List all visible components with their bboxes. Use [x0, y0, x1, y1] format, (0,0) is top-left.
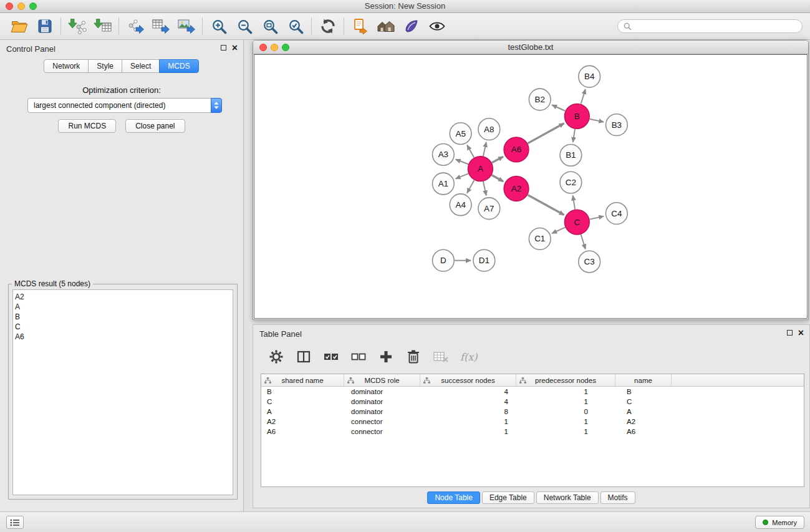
- network-node-C1[interactable]: C1: [529, 228, 551, 250]
- network-edge-C-C3[interactable]: [581, 235, 586, 249]
- memory-button[interactable]: Memory: [755, 516, 804, 529]
- home-button[interactable]: [373, 15, 398, 37]
- network-node-A1[interactable]: A1: [432, 173, 454, 195]
- column-header-shared-name[interactable]: shared name: [261, 374, 344, 386]
- close-table-panel-icon[interactable]: ×: [798, 329, 804, 336]
- table-row[interactable]: Adominator80A: [261, 407, 804, 417]
- network-node-D1[interactable]: D1: [473, 249, 495, 271]
- mcds-result-item[interactable]: B: [13, 312, 233, 322]
- network-edge-C-C4[interactable]: [590, 216, 604, 220]
- table-settings-button[interactable]: [268, 349, 284, 365]
- network-node-C3[interactable]: C3: [579, 251, 600, 273]
- network-node-A8[interactable]: A8: [478, 118, 500, 140]
- network-node-A5[interactable]: A5: [450, 123, 471, 145]
- network-node-C4[interactable]: C4: [605, 203, 627, 225]
- mcds-result-item[interactable]: C: [13, 322, 233, 332]
- mcds-result-item[interactable]: A: [13, 302, 233, 312]
- table-row[interactable]: A6connector11A6: [261, 427, 804, 437]
- network-node-C2[interactable]: C2: [560, 172, 582, 193]
- network-edge-A-A2[interactable]: [492, 175, 503, 181]
- column-header-predecessor-nodes[interactable]: predecessor nodes: [516, 374, 615, 386]
- search-input[interactable]: [635, 22, 796, 31]
- show-graphics-button[interactable]: [424, 15, 450, 37]
- network-edge-A-A5[interactable]: [467, 145, 474, 158]
- delete-column-button[interactable]: [405, 349, 422, 365]
- show-columns-button[interactable]: [296, 349, 312, 365]
- network-window-titlebar[interactable]: testGlobe.txt: [253, 41, 808, 54]
- zoom-window-button[interactable]: [29, 2, 37, 10]
- close-window-button[interactable]: [6, 2, 13, 10]
- table-row[interactable]: A2connector11A2: [261, 417, 804, 427]
- tab-select[interactable]: Select: [122, 59, 160, 73]
- optimization-criterion-select[interactable]: largest connected component (directed): [27, 98, 222, 113]
- close-panel-button[interactable]: Close panel: [125, 119, 185, 133]
- network-edge-A-A4[interactable]: [467, 180, 474, 193]
- network-edge-A-A3[interactable]: [456, 160, 468, 165]
- network-edge-A-A6[interactable]: [492, 157, 503, 163]
- network-graph[interactable]: AA1A2A3A4A5A6A7A8BB1B2B3B4CC1C2C3C4DD1: [254, 55, 807, 318]
- network-node-A[interactable]: A: [468, 157, 493, 181]
- zoom-fit-button[interactable]: [257, 15, 282, 37]
- node-table[interactable]: shared name MCDS role: [261, 374, 804, 487]
- tab-network[interactable]: Network: [44, 59, 89, 73]
- network-edge-C-C1[interactable]: [552, 228, 565, 234]
- table-row[interactable]: Bdominator41B: [261, 387, 804, 397]
- tab-mcds[interactable]: MCDS: [159, 59, 198, 73]
- network-node-A2[interactable]: A2: [504, 177, 529, 201]
- tab-motifs[interactable]: Motifs: [600, 491, 635, 504]
- delete-table-button[interactable]: [433, 349, 449, 365]
- network-zoom-button[interactable]: [282, 44, 289, 51]
- network-edge-A6-B[interactable]: [528, 123, 564, 143]
- save-session-button[interactable]: [32, 15, 57, 37]
- network-edge-B-B1[interactable]: [573, 129, 575, 142]
- network-node-A6[interactable]: A6: [504, 137, 529, 162]
- add-column-button[interactable]: [378, 349, 394, 365]
- network-node-B[interactable]: B: [564, 104, 589, 128]
- network-node-B1[interactable]: B1: [560, 144, 582, 166]
- network-minimize-button[interactable]: [271, 44, 278, 51]
- network-edge-B-B3[interactable]: [590, 119, 604, 122]
- export-image-button[interactable]: [173, 15, 199, 37]
- first-neighbors-button[interactable]: [347, 15, 373, 37]
- open-session-button[interactable]: [6, 15, 32, 37]
- close-panel-icon[interactable]: ×: [232, 44, 238, 51]
- network-node-A7[interactable]: A7: [478, 198, 500, 220]
- network-node-B2[interactable]: B2: [529, 89, 551, 110]
- mcds-result-list[interactable]: A2ABCA6: [12, 289, 233, 495]
- network-close-button[interactable]: [259, 44, 267, 51]
- tab-network-table[interactable]: Network Table: [536, 491, 599, 504]
- network-node-A4[interactable]: A4: [450, 194, 471, 216]
- mcds-result-item[interactable]: A6: [13, 332, 233, 342]
- column-header-mcds-role[interactable]: MCDS role: [344, 374, 420, 386]
- network-node-B4[interactable]: B4: [579, 65, 600, 87]
- import-table-button[interactable]: [90, 15, 115, 37]
- float-panel-icon[interactable]: [221, 45, 226, 51]
- tab-style[interactable]: Style: [88, 59, 122, 73]
- network-edge-A-A1[interactable]: [456, 173, 468, 178]
- column-header-successor-nodes[interactable]: successor nodes: [420, 374, 516, 386]
- network-node-C[interactable]: C: [564, 210, 589, 235]
- tab-node-table[interactable]: Node Table: [427, 491, 480, 504]
- unselect-all-columns-button[interactable]: [350, 349, 367, 365]
- network-edge-B-B4[interactable]: [581, 89, 586, 104]
- search-box[interactable]: [617, 19, 803, 33]
- function-builder-button[interactable]: f(x): [460, 349, 477, 365]
- network-edge-B-B2[interactable]: [552, 105, 565, 111]
- refresh-button[interactable]: [315, 15, 340, 37]
- network-node-D[interactable]: D: [432, 249, 454, 271]
- network-canvas[interactable]: AA1A2A3A4A5A6A7A8BB1B2B3B4CC1C2C3C4DD1: [254, 54, 808, 319]
- table-row[interactable]: Cdominator41C: [261, 397, 804, 407]
- network-edge-A-A7[interactable]: [483, 181, 486, 195]
- import-network-button[interactable]: [64, 15, 90, 37]
- zoom-out-button[interactable]: [231, 15, 257, 37]
- style-button[interactable]: [398, 15, 424, 37]
- zoom-selected-button[interactable]: [282, 15, 308, 37]
- network-node-A3[interactable]: A3: [432, 143, 454, 165]
- mcds-result-item[interactable]: A2: [13, 292, 233, 302]
- column-header-name[interactable]: name: [615, 374, 672, 386]
- select-all-columns-button[interactable]: [323, 349, 339, 365]
- zoom-in-button[interactable]: [206, 15, 231, 37]
- task-history-button[interactable]: [6, 516, 24, 529]
- minimize-window-button[interactable]: [17, 2, 25, 10]
- network-edge-A2-C[interactable]: [528, 195, 564, 215]
